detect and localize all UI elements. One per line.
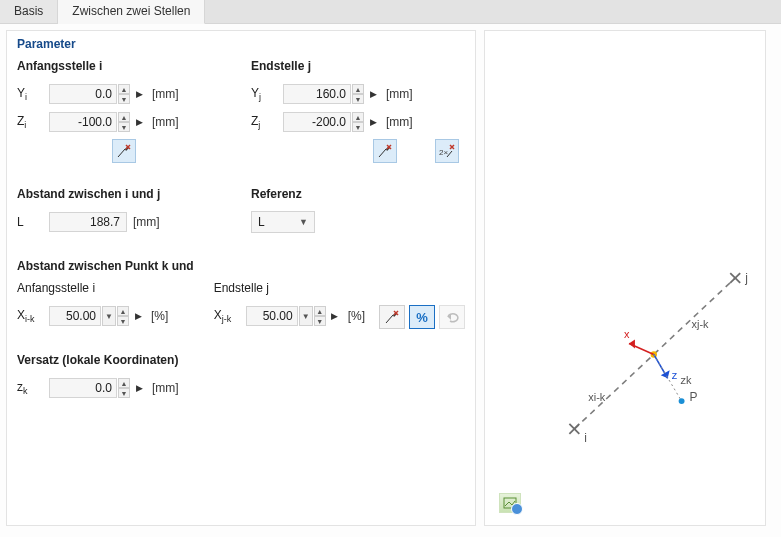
pick-two-points-button[interactable]: 2× bbox=[435, 139, 459, 163]
panel-title: Parameter bbox=[17, 37, 465, 51]
percent-toggle-button[interactable]: % bbox=[409, 305, 435, 329]
diagram-label-xjk: xj-k bbox=[692, 318, 710, 330]
image-icon bbox=[503, 497, 517, 509]
input-zi[interactable]: -100.0 bbox=[49, 112, 117, 132]
spin-down-icon[interactable]: ▼ bbox=[118, 94, 130, 104]
spin-down-icon[interactable]: ▼ bbox=[118, 122, 130, 132]
undo-icon bbox=[444, 310, 460, 324]
label-reference: Referenz bbox=[251, 187, 465, 201]
svg-line-7 bbox=[387, 145, 391, 149]
diagram-label-p: P bbox=[690, 390, 698, 404]
spin-down-icon[interactable]: ▼ bbox=[352, 94, 364, 104]
label-xjk: Xj-k bbox=[214, 308, 246, 324]
label-zj: Zj bbox=[251, 114, 283, 130]
input-yi[interactable]: 0.0 bbox=[49, 84, 117, 104]
spin-up-icon[interactable]: ▲ bbox=[118, 84, 130, 94]
svg-line-9 bbox=[447, 151, 452, 157]
preview-panel: i j x z zk P xi-k xj-k bbox=[484, 30, 766, 526]
spinner-xik[interactable]: ▲ ▼ bbox=[117, 306, 129, 326]
svg-line-12 bbox=[386, 315, 393, 323]
spin-up-icon[interactable]: ▲ bbox=[352, 84, 364, 94]
label-offset: Versatz (lokale Koordinaten) bbox=[17, 353, 465, 367]
step-right-icon[interactable]: ▶ bbox=[328, 306, 342, 326]
app-window: Basis Zwischen zwei Stellen Parameter An… bbox=[0, 0, 781, 537]
select-reference[interactable]: L ▼ bbox=[251, 211, 315, 233]
label-endpoint-j: Endstelle j bbox=[251, 59, 465, 73]
dropdown-xik[interactable]: ▼ bbox=[102, 306, 116, 326]
unit-percent: [%] bbox=[151, 309, 168, 323]
spin-up-icon[interactable]: ▲ bbox=[118, 112, 130, 122]
label-l: L bbox=[17, 215, 49, 229]
step-right-icon[interactable]: ▶ bbox=[366, 112, 380, 132]
input-xjk[interactable]: 50.00 bbox=[246, 306, 298, 326]
svg-line-3 bbox=[126, 145, 130, 149]
label-distance-k: Abstand zwischen Punkt k und bbox=[17, 259, 465, 273]
dropdown-xjk[interactable]: ▼ bbox=[299, 306, 313, 326]
svg-line-6 bbox=[387, 145, 391, 149]
tab-between-two-locations[interactable]: Zwischen zwei Stellen bbox=[58, 0, 205, 24]
label-distance-ij: Abstand zwischen i und j bbox=[17, 187, 231, 201]
spinner-zi[interactable]: ▲ ▼ bbox=[118, 112, 130, 132]
spin-up-icon[interactable]: ▲ bbox=[117, 306, 129, 316]
spin-up-icon[interactable]: ▲ bbox=[352, 112, 364, 122]
label-xik: Xi-k bbox=[17, 308, 49, 324]
svg-marker-26 bbox=[661, 370, 670, 378]
svg-line-10 bbox=[450, 145, 454, 149]
label-zk: zk bbox=[17, 380, 49, 396]
diagram-label-z: z bbox=[672, 369, 678, 381]
unit-mm: [mm] bbox=[152, 87, 179, 101]
pick-point-i-button[interactable] bbox=[112, 139, 136, 163]
spin-down-icon[interactable]: ▼ bbox=[118, 388, 130, 398]
spin-down-icon[interactable]: ▼ bbox=[117, 316, 129, 326]
input-xik[interactable]: 50.00 bbox=[49, 306, 101, 326]
tab-bar: Basis Zwischen zwei Stellen bbox=[0, 0, 781, 24]
unit-mm: [mm] bbox=[152, 115, 179, 129]
spin-up-icon[interactable]: ▲ bbox=[314, 306, 326, 316]
label-endpoint-j-2: Endstelle j bbox=[214, 281, 365, 295]
undo-button[interactable] bbox=[439, 305, 465, 329]
svg-line-4 bbox=[379, 149, 386, 157]
step-right-icon[interactable]: ▶ bbox=[132, 84, 146, 104]
label-startpoint-i-2: Anfangsstelle i bbox=[17, 281, 194, 295]
spin-up-icon[interactable]: ▲ bbox=[118, 378, 130, 388]
unit-percent: [%] bbox=[348, 309, 365, 323]
label-startpoint-i: Anfangsstelle i bbox=[17, 59, 231, 73]
spin-down-icon[interactable]: ▼ bbox=[352, 122, 364, 132]
svg-point-28 bbox=[679, 398, 685, 404]
parameter-panel: Parameter Anfangsstelle i Yi 0.0 ▲ ▼ ▶ [… bbox=[6, 30, 476, 526]
input-zk[interactable]: 0.0 bbox=[49, 378, 117, 398]
spinner-yj[interactable]: ▲ ▼ bbox=[352, 84, 364, 104]
chevron-down-icon: ▼ bbox=[299, 217, 308, 227]
spin-down-icon[interactable]: ▼ bbox=[314, 316, 326, 326]
svg-marker-5 bbox=[386, 146, 390, 151]
tab-basis[interactable]: Basis bbox=[0, 0, 58, 23]
step-right-icon[interactable]: ▶ bbox=[132, 112, 146, 132]
pick-point-j-button[interactable] bbox=[373, 139, 397, 163]
svg-marker-1 bbox=[125, 146, 129, 151]
step-right-icon[interactable]: ▶ bbox=[366, 84, 380, 104]
input-yj[interactable]: 160.0 bbox=[283, 84, 351, 104]
diagram-label-x: x bbox=[624, 328, 630, 340]
diagram-label-i: i bbox=[584, 431, 587, 445]
label-zi: Zi bbox=[17, 114, 49, 130]
preview-settings-button[interactable] bbox=[499, 493, 521, 513]
unit-mm: [mm] bbox=[133, 215, 160, 229]
input-zj[interactable]: -200.0 bbox=[283, 112, 351, 132]
content-area: Parameter Anfangsstelle i Yi 0.0 ▲ ▼ ▶ [… bbox=[0, 24, 781, 532]
spinner-zk[interactable]: ▲ ▼ bbox=[118, 378, 130, 398]
svg-marker-24 bbox=[629, 340, 635, 349]
diagram-label-zk: zk bbox=[681, 374, 692, 386]
svg-line-0 bbox=[118, 149, 125, 157]
spinner-zj[interactable]: ▲ ▼ bbox=[352, 112, 364, 132]
spinner-yi[interactable]: ▲ ▼ bbox=[118, 84, 130, 104]
pick-distance-button[interactable] bbox=[379, 305, 405, 329]
select-reference-value: L bbox=[258, 215, 265, 229]
diagram-label-xik: xi-k bbox=[588, 391, 606, 403]
unit-mm: [mm] bbox=[386, 87, 413, 101]
spinner-xjk[interactable]: ▲ ▼ bbox=[314, 306, 326, 326]
label-yi: Yi bbox=[17, 86, 49, 102]
diagram-label-j: j bbox=[744, 271, 748, 285]
preview-diagram: i j x z zk P xi-k xj-k bbox=[485, 31, 765, 525]
step-right-icon[interactable]: ▶ bbox=[132, 378, 146, 398]
step-right-icon[interactable]: ▶ bbox=[131, 306, 145, 326]
